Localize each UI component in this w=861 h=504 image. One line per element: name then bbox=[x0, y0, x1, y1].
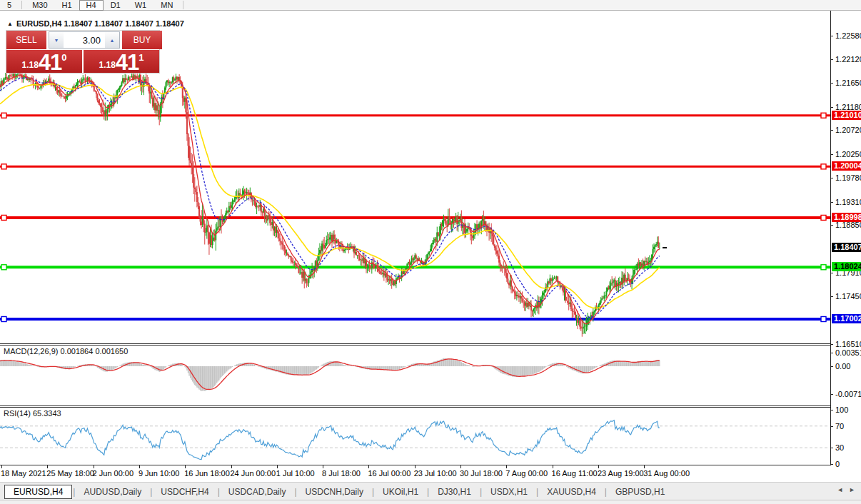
pane-separator bbox=[0, 465, 861, 465]
collapse-panel-icon[interactable]: ▲ bbox=[7, 21, 13, 27]
chart-tab-bar: EURUSD,H4|AUDUSD,Daily|USDCHF,H4|USDCAD,… bbox=[0, 482, 861, 500]
price-tick bbox=[830, 107, 833, 108]
buy-price-display[interactable]: 1.18 41 1 bbox=[84, 50, 159, 73]
rsi-axis-tick bbox=[830, 410, 833, 410]
pane-separator bbox=[0, 345, 861, 346]
candles bbox=[0, 66, 660, 337]
sell-price-display[interactable]: 1.18 41 0 bbox=[6, 50, 82, 73]
timeframe-button-w1[interactable]: W1 bbox=[128, 0, 154, 11]
price-tick bbox=[830, 59, 833, 60]
rsi-axis-tick bbox=[830, 448, 833, 448]
timeframe-button-m30[interactable]: M30 bbox=[25, 0, 54, 11]
timeframe-button-d1[interactable]: D1 bbox=[104, 0, 128, 11]
rsi-axis-tick bbox=[830, 464, 833, 465]
time-tick bbox=[368, 465, 369, 468]
time-tick-label: 1 Jul 10:00 bbox=[276, 469, 315, 478]
macd-axis-tick bbox=[830, 366, 833, 367]
rsi-axis-label: 70 bbox=[835, 422, 844, 430]
pane-separator[interactable] bbox=[0, 343, 861, 344]
price-badge-1.17002: 1.17002 bbox=[832, 314, 861, 323]
time-tick-label: 16 Aug 11:00 bbox=[552, 469, 598, 478]
sell-button[interactable]: SELL bbox=[6, 31, 46, 49]
time-tick bbox=[323, 465, 323, 468]
price-tick-label: 1.19310 bbox=[835, 198, 861, 206]
price-tick bbox=[830, 178, 833, 178]
time-tick bbox=[277, 465, 278, 468]
time-tick-label: 24 Jun 00:00 bbox=[231, 469, 276, 478]
timeframe-button-h4[interactable]: H4 bbox=[79, 0, 104, 11]
buy-price-prefix: 1.18 bbox=[99, 60, 115, 70]
time-tick bbox=[644, 465, 645, 468]
status-strip bbox=[0, 500, 861, 504]
time-tick bbox=[506, 465, 507, 468]
time-axis[interactable]: 18 May 202125 May 18:002 Jun 00:009 Jun … bbox=[0, 465, 861, 482]
rsi-indicator bbox=[0, 420, 830, 460]
chart-tab-usdx[interactable]: USDX,H1 bbox=[483, 485, 535, 499]
macd-axis-tick bbox=[830, 353, 833, 353]
rsi-axis-label: 0 bbox=[835, 460, 840, 468]
chart-tab-usdcad[interactable]: USDCAD,Daily bbox=[221, 485, 294, 499]
time-tick-label: 16 Jun 18:00 bbox=[184, 469, 230, 478]
price-tick bbox=[830, 202, 833, 203]
price-tick bbox=[830, 296, 833, 297]
volume-increase-button[interactable]: ▲ bbox=[105, 32, 119, 48]
chart-tab-ukoil[interactable]: UKOil,H1 bbox=[375, 485, 426, 499]
time-tick bbox=[231, 465, 232, 468]
chart-tab-usdcnh[interactable]: USDCNH,Daily bbox=[298, 485, 371, 499]
time-tick bbox=[1, 465, 2, 468]
mt4-window: 5M30H1H4D1W1MN ▲EURUSD,H4 1.18407 1.1840… bbox=[0, 0, 861, 504]
current-price-badge: 1.18407 bbox=[832, 243, 861, 252]
time-tick bbox=[185, 465, 186, 468]
pane-separator bbox=[0, 407, 861, 408]
price-tick-label: 1.20720 bbox=[835, 126, 861, 134]
macd-axis-tick bbox=[830, 394, 833, 395]
tab-scroll-left-icon[interactable]: ◄ bbox=[837, 486, 843, 493]
rsi-axis-tick bbox=[830, 426, 833, 427]
price-axis[interactable]: 1.225801.221201.216501.211801.207201.202… bbox=[830, 10, 861, 465]
price-tick-label: 1.16510 bbox=[835, 340, 861, 348]
buy-button[interactable]: BUY bbox=[122, 31, 162, 49]
time-tick bbox=[139, 465, 140, 468]
chart-tab-xauusd[interactable]: XAUUSD,H4 bbox=[539, 485, 604, 499]
sell-price-pip: 0 bbox=[61, 52, 66, 63]
chart-tab-audusd[interactable]: AUDUSD,Daily bbox=[76, 485, 149, 499]
price-tick-label: 1.20250 bbox=[835, 150, 861, 158]
volume-decrease-button[interactable]: ▼ bbox=[49, 32, 64, 48]
price-badge-1.21010: 1.21010 bbox=[832, 111, 861, 120]
time-tick-label: 7 Aug 00:00 bbox=[505, 469, 548, 478]
time-tick-label: 30 Jul 18:00 bbox=[460, 469, 503, 478]
price-tick-label: 1.17450 bbox=[835, 292, 861, 301]
buy-price-main: 41 bbox=[116, 53, 139, 72]
rsi-axis-label: 30 bbox=[835, 443, 844, 452]
timeframe-button-h1[interactable]: H1 bbox=[55, 0, 79, 11]
price-tick-label: 1.18850 bbox=[835, 221, 861, 229]
chart-tab-dj30[interactable]: DJ30,H1 bbox=[430, 485, 479, 499]
price-tick-label: 1.19780 bbox=[835, 173, 861, 182]
horizontal-lines[interactable] bbox=[0, 113, 830, 321]
price-tick bbox=[830, 225, 833, 226]
timeframe-button-mn[interactable]: MN bbox=[153, 0, 180, 11]
macd-axis-label: 0.00 bbox=[835, 362, 850, 371]
time-tick-label: 9 Jun 10:00 bbox=[139, 469, 180, 478]
timeframe-button-5[interactable]: 5 bbox=[0, 0, 19, 11]
chart-tab-eurusd[interactable]: EURUSD,H4 bbox=[4, 485, 72, 499]
price-tick bbox=[830, 130, 833, 131]
chart-tab-gbpusd[interactable]: GBPUSD,H1 bbox=[608, 485, 673, 499]
volume-input[interactable] bbox=[64, 32, 105, 48]
sell-price-main: 41 bbox=[39, 53, 61, 72]
macd-signal-line bbox=[0, 359, 660, 390]
macd-label: MACD(12,26,9) 0.001864 0.001650 bbox=[4, 347, 128, 356]
price-tick-label: 1.22580 bbox=[835, 31, 861, 40]
price-tick-label: 1.21650 bbox=[835, 79, 861, 87]
price-tick bbox=[830, 344, 833, 345]
chart-title: ▲EURUSD,H4 1.18407 1.18407 1.18407 1.184… bbox=[7, 19, 184, 28]
price-tick bbox=[830, 273, 833, 273]
time-tick-label: 2 Jun 00:00 bbox=[93, 469, 134, 478]
pane-separator[interactable] bbox=[0, 405, 861, 406]
ma-slow-line bbox=[0, 84, 660, 308]
price-tick bbox=[830, 154, 833, 155]
tab-scroll-right-icon[interactable]: ► bbox=[849, 486, 855, 493]
chart-tab-usdchf[interactable]: USDCHF,H4 bbox=[153, 485, 216, 499]
time-tick bbox=[94, 465, 94, 468]
toolbar-separator bbox=[21, 1, 22, 9]
